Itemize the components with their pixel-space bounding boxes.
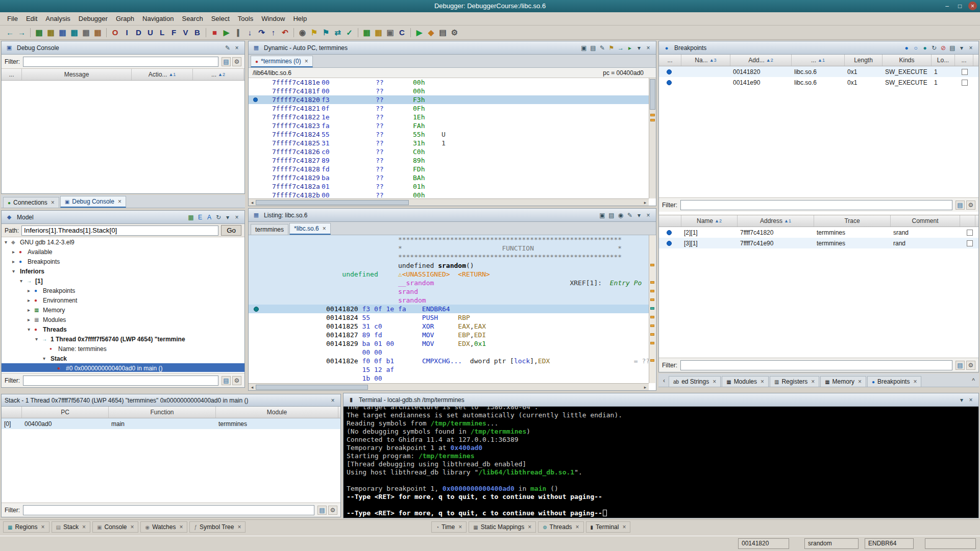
toolbar-letter-f-icon[interactable]: F [168,27,180,38]
tree-node-environment[interactable]: ▸●Environment [2,295,244,305]
make-effective-icon[interactable]: ● [920,43,929,53]
column-header-lo[interactable]: Lo... [932,55,955,66]
toolbar-snapshot-icon[interactable]: ◉ [297,27,308,38]
memory-row[interactable]: 7ffff7c4182789??89h [249,156,649,165]
filter-options-icon[interactable]: ⚙ [232,376,241,385]
close-icon[interactable]: × [966,395,975,405]
toolbar-resume-icon[interactable]: ▶ [220,27,232,38]
tree-node-name-termmines[interactable]: ●Name: termmines [2,344,244,354]
debug-console-header[interactable]: ▣ Debug Console ✎× [2,41,244,55]
tree-node-0-0x0000000000400ad0-in-main[interactable]: ●#0 0x0000000000400ad0 in main () [2,363,244,372]
memory-row[interactable]: 7ffff7c4182a01??01h [249,182,649,191]
column-header-col0[interactable] [659,215,681,227]
toolbar-gem-icon[interactable]: ◆ [425,27,437,38]
toolbar-step-back-icon[interactable]: ↶ [279,27,291,38]
tab-symbol-tree[interactable]: ƒSymbol Tree× [189,521,246,533]
disassembly-listing[interactable]: ****************************************… [249,235,649,383]
toolbar-gear-icon[interactable]: ⚙ [449,27,460,38]
enable-all-icon[interactable]: ● [902,43,911,53]
tree-node-modules[interactable]: ▸▦Modules [2,315,244,324]
track-pc-icon[interactable]: ⚑ [607,43,616,53]
column-header-actio[interactable]: Actio...▲1 [132,69,193,80]
collapse-chevron-icon[interactable]: ^ [970,377,977,384]
breakpoint-dot-icon[interactable] [667,69,672,74]
close-icon[interactable]: × [305,58,308,65]
tab-registers[interactable]: ▥Registers× [770,376,819,387]
breakpoint-dot-icon[interactable] [667,241,672,246]
column-header-comment[interactable]: Comment [891,215,960,227]
scrollbar-thumb[interactable] [256,385,368,390]
toolbar-letter-u-icon[interactable]: U [144,27,156,38]
expander-icon[interactable]: ▾ [12,268,19,274]
checkbox[interactable] [962,80,968,86]
toolbar-play-circle-icon[interactable]: ▶ [413,27,425,38]
clone-icon[interactable]: ▣ [579,43,589,53]
breakpoint-dot-icon[interactable] [667,80,672,85]
listing-line[interactable]: * FUNCTION * [249,244,649,253]
menu-file[interactable]: File [3,13,22,24]
expander-icon[interactable]: ▸ [28,297,34,303]
column-header-add[interactable]: Add...▲2 [730,55,792,66]
tree-node-breakpoints[interactable]: ▸●Breakpoints [2,257,244,266]
filter-options-icon[interactable]: ⚙ [328,506,337,515]
expander-icon[interactable]: ▾ [43,356,50,361]
debug-console-filter-input[interactable] [23,57,218,67]
table-row[interactable]: [0]00400ad0maintermmines [2,418,340,429]
listing-line[interactable]: ****************************************… [249,253,649,261]
column-header-address[interactable]: Address▲1 [738,215,814,227]
column-header-col5[interactable] [960,215,975,227]
tab-terminal[interactable]: ▮Terminal× [586,521,631,533]
toolbar-flag-yellow-icon[interactable]: ⚑ [308,27,320,38]
table-row[interactable]: 00141820libc.so.60x1SW_EXECUTE1 [659,66,978,77]
toolbar-table-blue-icon[interactable]: ▦ [57,27,68,38]
filter-columns-icon[interactable]: ▤ [222,57,231,66]
breakpoint-marker-icon[interactable] [254,307,259,312]
expander-icon[interactable]: ▾ [20,278,27,284]
refresh-icon[interactable]: ↻ [929,43,939,53]
toolbar-letter-l-icon[interactable]: L [156,27,168,38]
tab-termmines[interactable]: termmines [251,224,288,235]
scrollbar-thumb[interactable] [256,200,409,205]
close-icon[interactable]: × [968,2,977,10]
expander-icon[interactable]: ▸ [12,259,19,264]
tab-modules[interactable]: ▦Modules× [722,376,769,387]
toolbar-interrupt-icon[interactable]: ∥ [232,27,244,38]
toolbar-step-out-icon[interactable]: ↑ [267,27,279,38]
toolbar-letter-i-icon[interactable]: I [121,27,133,38]
listing-header[interactable]: ▦ Listing: libc.so.6 ▣▤◉✎▾× [249,209,656,222]
close-icon[interactable]: × [528,523,531,531]
toolbar-table-olive-icon[interactable]: ▦ [45,27,57,38]
listing-line[interactable]: 00141824 55 PUSH RBP [249,313,649,322]
stack-header[interactable]: Stack - 1 Thread 0x7ffff7f56740 (LWP 465… [2,394,340,407]
close-icon[interactable]: × [761,378,764,385]
menu-search[interactable]: Search [178,13,207,24]
menu-edit[interactable]: Edit [22,13,41,24]
memory-row[interactable]: 7ffff7c41826c0??C0h [249,147,649,156]
listing-line[interactable]: srand [249,287,649,296]
toolbar-forward-icon[interactable]: → [16,27,28,38]
terminal-header[interactable]: ▮ Terminal - local-gdb.sh /tmp/termmines… [344,393,978,407]
auto-read-icon[interactable]: ▸ [625,43,634,53]
column-header-x[interactable]: ...▲1 [792,55,845,66]
memory-row[interactable]: 7ffff7c41820f3??F3h [249,95,649,104]
path-input[interactable] [21,226,218,236]
scroll-left-icon[interactable]: ◂ [249,200,256,205]
export-icon[interactable]: ▤ [589,43,598,53]
close-icon[interactable]: × [41,523,44,531]
edit-icon[interactable]: ✎ [625,211,634,220]
dynamic-header[interactable]: ▦ Dynamic - Auto PC, termmines ▣▤✎⚑→▸▾× [249,41,656,55]
scroll-right-icon[interactable]: ▸ [642,385,649,390]
close-icon[interactable]: × [130,523,134,531]
column-header-pc[interactable]: PC [22,407,109,418]
tab-time[interactable]: ◔Time× [431,521,467,533]
toolbar-grid-add-icon[interactable]: ▦ [361,27,373,38]
tab-static-mappings[interactable]: ▦Static Mappings× [469,521,536,533]
listing-line[interactable]: 0014182e f0 0f b1 CMPXCHG... dword ptr [… [249,357,649,365]
breakpoints-header[interactable]: ● Breakpoints ●○●↻⊘▤▾× [659,41,978,55]
listing-line[interactable]: 00141820 f3 0f 1e fa ENDBR64 [249,305,649,313]
toolbar-table-green-icon[interactable]: ▦ [33,27,45,38]
close-icon[interactable]: × [713,378,716,385]
column-header-length[interactable]: Length [845,55,883,66]
close-icon[interactable]: × [118,198,121,205]
menu-window[interactable]: Window [257,13,289,24]
